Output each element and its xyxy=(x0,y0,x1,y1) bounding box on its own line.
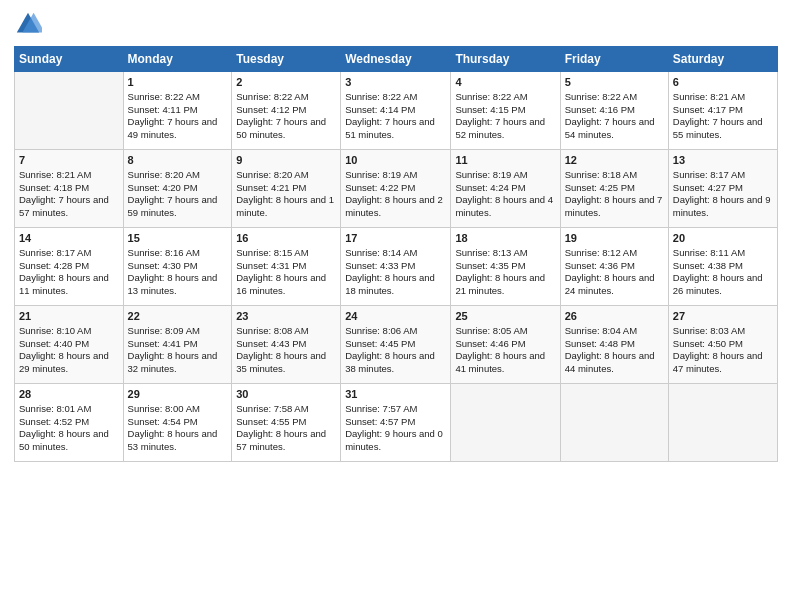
day-number: 6 xyxy=(673,75,773,90)
day-number: 11 xyxy=(455,153,555,168)
daylight: Daylight: 7 hours and 59 minutes. xyxy=(128,194,218,218)
day-cell: 26Sunrise: 8:04 AMSunset: 4:48 PMDayligh… xyxy=(560,306,668,384)
logo-icon xyxy=(14,10,42,38)
day-cell: 5Sunrise: 8:22 AMSunset: 4:16 PMDaylight… xyxy=(560,72,668,150)
week-row-3: 21Sunrise: 8:10 AMSunset: 4:40 PMDayligh… xyxy=(15,306,778,384)
sunset: Sunset: 4:20 PM xyxy=(128,182,198,193)
day-number: 26 xyxy=(565,309,664,324)
day-cell: 22Sunrise: 8:09 AMSunset: 4:41 PMDayligh… xyxy=(123,306,232,384)
sunset: Sunset: 4:36 PM xyxy=(565,260,635,271)
day-number: 3 xyxy=(345,75,446,90)
sunrise: Sunrise: 8:20 AM xyxy=(128,169,200,180)
sunrise: Sunrise: 8:21 AM xyxy=(19,169,91,180)
sunrise: Sunrise: 7:58 AM xyxy=(236,403,308,414)
day-number: 18 xyxy=(455,231,555,246)
day-number: 27 xyxy=(673,309,773,324)
sunset: Sunset: 4:28 PM xyxy=(19,260,89,271)
sunset: Sunset: 4:12 PM xyxy=(236,104,306,115)
sunset: Sunset: 4:25 PM xyxy=(565,182,635,193)
sunset: Sunset: 4:50 PM xyxy=(673,338,743,349)
week-row-4: 28Sunrise: 8:01 AMSunset: 4:52 PMDayligh… xyxy=(15,384,778,462)
sunset: Sunset: 4:18 PM xyxy=(19,182,89,193)
sunrise: Sunrise: 7:57 AM xyxy=(345,403,417,414)
sunrise: Sunrise: 8:13 AM xyxy=(455,247,527,258)
daylight: Daylight: 8 hours and 53 minutes. xyxy=(128,428,218,452)
sunrise: Sunrise: 8:22 AM xyxy=(128,91,200,102)
sunrise: Sunrise: 8:15 AM xyxy=(236,247,308,258)
day-cell xyxy=(451,384,560,462)
daylight: Daylight: 8 hours and 13 minutes. xyxy=(128,272,218,296)
daylight: Daylight: 8 hours and 50 minutes. xyxy=(19,428,109,452)
daylight: Daylight: 8 hours and 24 minutes. xyxy=(565,272,655,296)
day-cell: 18Sunrise: 8:13 AMSunset: 4:35 PMDayligh… xyxy=(451,228,560,306)
daylight: Daylight: 8 hours and 57 minutes. xyxy=(236,428,326,452)
sunset: Sunset: 4:54 PM xyxy=(128,416,198,427)
sunset: Sunset: 4:35 PM xyxy=(455,260,525,271)
sunset: Sunset: 4:48 PM xyxy=(565,338,635,349)
day-number: 8 xyxy=(128,153,228,168)
sunset: Sunset: 4:14 PM xyxy=(345,104,415,115)
day-number: 12 xyxy=(565,153,664,168)
day-cell: 31Sunrise: 7:57 AMSunset: 4:57 PMDayligh… xyxy=(341,384,451,462)
sunset: Sunset: 4:24 PM xyxy=(455,182,525,193)
daylight: Daylight: 8 hours and 2 minutes. xyxy=(345,194,443,218)
day-cell: 14Sunrise: 8:17 AMSunset: 4:28 PMDayligh… xyxy=(15,228,124,306)
sunrise: Sunrise: 8:10 AM xyxy=(19,325,91,336)
sunrise: Sunrise: 8:08 AM xyxy=(236,325,308,336)
daylight: Daylight: 8 hours and 35 minutes. xyxy=(236,350,326,374)
day-number: 30 xyxy=(236,387,336,402)
sunset: Sunset: 4:52 PM xyxy=(19,416,89,427)
day-cell: 11Sunrise: 8:19 AMSunset: 4:24 PMDayligh… xyxy=(451,150,560,228)
daylight: Daylight: 8 hours and 32 minutes. xyxy=(128,350,218,374)
day-number: 13 xyxy=(673,153,773,168)
day-number: 21 xyxy=(19,309,119,324)
day-number: 1 xyxy=(128,75,228,90)
day-cell: 3Sunrise: 8:22 AMSunset: 4:14 PMDaylight… xyxy=(341,72,451,150)
day-cell: 19Sunrise: 8:12 AMSunset: 4:36 PMDayligh… xyxy=(560,228,668,306)
sunset: Sunset: 4:46 PM xyxy=(455,338,525,349)
sunrise: Sunrise: 8:11 AM xyxy=(673,247,745,258)
sunset: Sunset: 4:31 PM xyxy=(236,260,306,271)
sunrise: Sunrise: 8:04 AM xyxy=(565,325,637,336)
day-number: 5 xyxy=(565,75,664,90)
sunrise: Sunrise: 8:17 AM xyxy=(19,247,91,258)
day-cell xyxy=(15,72,124,150)
sunrise: Sunrise: 8:19 AM xyxy=(455,169,527,180)
daylight: Daylight: 7 hours and 55 minutes. xyxy=(673,116,763,140)
daylight: Daylight: 8 hours and 21 minutes. xyxy=(455,272,545,296)
day-number: 23 xyxy=(236,309,336,324)
day-cell: 13Sunrise: 8:17 AMSunset: 4:27 PMDayligh… xyxy=(668,150,777,228)
day-number: 7 xyxy=(19,153,119,168)
sunrise: Sunrise: 8:05 AM xyxy=(455,325,527,336)
daylight: Daylight: 7 hours and 57 minutes. xyxy=(19,194,109,218)
day-cell: 24Sunrise: 8:06 AMSunset: 4:45 PMDayligh… xyxy=(341,306,451,384)
sunset: Sunset: 4:33 PM xyxy=(345,260,415,271)
sunrise: Sunrise: 8:18 AM xyxy=(565,169,637,180)
header-friday: Friday xyxy=(560,47,668,72)
header-thursday: Thursday xyxy=(451,47,560,72)
week-row-2: 14Sunrise: 8:17 AMSunset: 4:28 PMDayligh… xyxy=(15,228,778,306)
sunset: Sunset: 4:40 PM xyxy=(19,338,89,349)
day-number: 29 xyxy=(128,387,228,402)
daylight: Daylight: 7 hours and 51 minutes. xyxy=(345,116,435,140)
sunset: Sunset: 4:15 PM xyxy=(455,104,525,115)
day-cell: 4Sunrise: 8:22 AMSunset: 4:15 PMDaylight… xyxy=(451,72,560,150)
sunrise: Sunrise: 8:21 AM xyxy=(673,91,745,102)
sunset: Sunset: 4:22 PM xyxy=(345,182,415,193)
daylight: Daylight: 8 hours and 18 minutes. xyxy=(345,272,435,296)
daylight: Daylight: 8 hours and 29 minutes. xyxy=(19,350,109,374)
day-cell: 29Sunrise: 8:00 AMSunset: 4:54 PMDayligh… xyxy=(123,384,232,462)
day-cell: 25Sunrise: 8:05 AMSunset: 4:46 PMDayligh… xyxy=(451,306,560,384)
sunset: Sunset: 4:55 PM xyxy=(236,416,306,427)
header-monday: Monday xyxy=(123,47,232,72)
day-cell: 2Sunrise: 8:22 AMSunset: 4:12 PMDaylight… xyxy=(232,72,341,150)
day-cell: 16Sunrise: 8:15 AMSunset: 4:31 PMDayligh… xyxy=(232,228,341,306)
day-cell xyxy=(668,384,777,462)
daylight: Daylight: 8 hours and 47 minutes. xyxy=(673,350,763,374)
daylight: Daylight: 7 hours and 49 minutes. xyxy=(128,116,218,140)
day-cell xyxy=(560,384,668,462)
sunrise: Sunrise: 8:22 AM xyxy=(455,91,527,102)
day-cell: 8Sunrise: 8:20 AMSunset: 4:20 PMDaylight… xyxy=(123,150,232,228)
header-saturday: Saturday xyxy=(668,47,777,72)
daylight: Daylight: 8 hours and 7 minutes. xyxy=(565,194,663,218)
